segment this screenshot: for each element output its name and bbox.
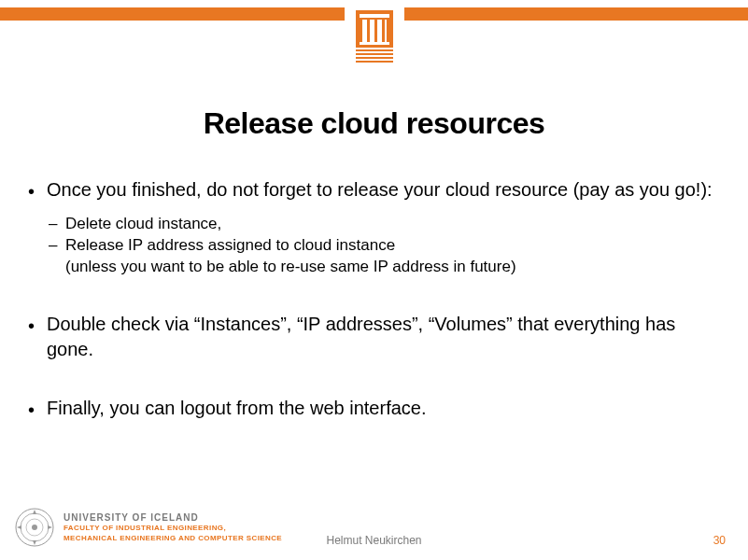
slide-content: • Once you finished, do not forget to re… bbox=[28, 177, 720, 456]
bullet-icon: • bbox=[28, 177, 47, 204]
bullet-text: Finally, you can logout from the web int… bbox=[47, 396, 720, 421]
page-number: 30 bbox=[713, 534, 726, 547]
university-name: UNIVERSITY OF ICELAND bbox=[64, 512, 282, 523]
university-logo-icon bbox=[345, 0, 404, 73]
bullet-icon: • bbox=[28, 396, 47, 423]
svg-rect-1 bbox=[362, 20, 367, 42]
svg-rect-9 bbox=[356, 61, 393, 63]
faculty-line: MECHANICAL ENGINEERING AND COMPUTER SCIE… bbox=[64, 535, 282, 543]
svg-rect-3 bbox=[377, 20, 382, 42]
svg-rect-7 bbox=[356, 53, 393, 55]
svg-point-13 bbox=[32, 525, 37, 530]
faculty-line: FACULTY OF INDUSTRIAL ENGINEERING, bbox=[64, 525, 282, 533]
bullet-text: Once you finished, do not forget to rele… bbox=[47, 177, 720, 203]
bullet-text: Double check via “Instances”, “IP addres… bbox=[47, 312, 720, 362]
university-seal-icon bbox=[15, 508, 54, 547]
author-name: Helmut Neukirchen bbox=[326, 534, 421, 547]
sub-bullet-text: Release IP address assigned to cloud ins… bbox=[65, 235, 720, 278]
svg-rect-2 bbox=[370, 20, 374, 42]
slide-footer: UNIVERSITY OF ICELAND FACULTY OF INDUSTR… bbox=[0, 506, 748, 553]
sub-bullet-icon: – bbox=[49, 235, 65, 257]
sub-bullet-text: Delete cloud instance, bbox=[65, 214, 720, 235]
svg-rect-4 bbox=[385, 20, 387, 42]
bullet-icon: • bbox=[28, 312, 47, 339]
slide-title: Release cloud resources bbox=[0, 106, 748, 141]
sub-bullet-icon: – bbox=[49, 214, 65, 235]
svg-rect-6 bbox=[356, 49, 393, 51]
sub-bullet-line: (unless you want to be able to re-use sa… bbox=[65, 258, 516, 275]
svg-rect-8 bbox=[356, 57, 393, 59]
sub-bullet-line: Release IP address assigned to cloud ins… bbox=[65, 236, 395, 254]
footer-logo-block: UNIVERSITY OF ICELAND FACULTY OF INDUSTR… bbox=[15, 508, 282, 547]
svg-rect-5 bbox=[360, 42, 389, 45]
